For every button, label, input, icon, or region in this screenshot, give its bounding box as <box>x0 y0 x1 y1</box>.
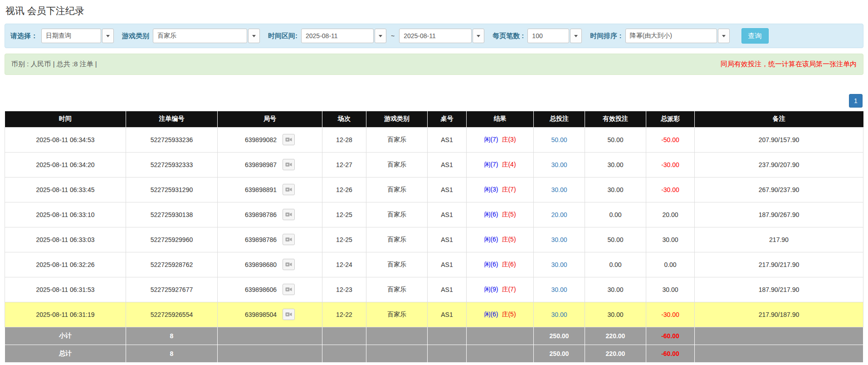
table-row: 2025-08-11 06:34:53 522725933236 6398990… <box>5 127 863 152</box>
total-bet-link[interactable]: 20.00 <box>551 211 567 218</box>
table-row: 2025-08-11 06:33:10 522725930138 6398987… <box>5 202 863 227</box>
cell-table: AS1 <box>428 302 467 327</box>
video-replay-button[interactable] <box>283 259 295 270</box>
subtotal-payout: -60.00 <box>646 327 695 345</box>
cell-round-id: 639898987 <box>218 152 322 177</box>
date-from-dropdown-button[interactable] <box>375 29 386 43</box>
cell-game: 百家乐 <box>366 152 428 177</box>
video-replay-button[interactable] <box>283 184 295 195</box>
cell-payout: -30.00 <box>646 152 695 177</box>
game-type-input[interactable]: 百家乐 <box>153 29 247 43</box>
video-replay-button[interactable] <box>283 284 295 295</box>
chevron-down-icon <box>477 35 480 37</box>
cell-time: 2025-08-11 06:31:53 <box>5 277 126 302</box>
game-type-label: 游戏类别 <box>122 32 149 40</box>
col-total-bet: 总投注 <box>534 111 585 127</box>
sort-order-input[interactable]: 降幂(由大到小) <box>625 29 717 43</box>
col-bet-id: 注单编号 <box>126 111 218 127</box>
total-bet-link[interactable]: 30.00 <box>551 311 567 318</box>
total-label: 总计 <box>5 345 126 362</box>
video-replay-button[interactable] <box>283 234 295 245</box>
cell-valid-bet: 0.00 <box>585 252 646 277</box>
subtotal-empty-cell <box>467 327 534 345</box>
cell-remark: 267.90/237.90 <box>695 177 863 202</box>
cell-session: 12-27 <box>322 152 366 177</box>
date-from-input[interactable]: 2025-08-11 <box>301 29 374 43</box>
total-bet-link[interactable]: 30.00 <box>551 186 567 193</box>
cell-time: 2025-08-11 06:33:03 <box>5 227 126 252</box>
total-bet-link[interactable]: 30.00 <box>551 261 567 268</box>
col-valid-bet: 有效投注 <box>585 111 646 127</box>
cell-remark: 217.90 <box>695 227 863 252</box>
table-row: 2025-08-11 06:33:45 522725931290 6398988… <box>5 177 863 202</box>
total-bet-link[interactable]: 50.00 <box>551 136 567 143</box>
cell-game: 百家乐 <box>366 277 428 302</box>
cell-valid-bet: 50.00 <box>585 127 646 152</box>
round-number: 639898987 <box>245 161 277 168</box>
subtotal-label: 小计 <box>5 327 126 345</box>
page-size-label: 每页笔数 : <box>493 32 524 40</box>
round-number: 639898786 <box>245 236 277 243</box>
date-to-input[interactable]: 2025-08-11 <box>399 29 472 43</box>
cell-table: AS1 <box>428 152 467 177</box>
cell-session: 12-28 <box>322 127 366 152</box>
cell-game: 百家乐 <box>366 127 428 152</box>
subtotal-empty-cell <box>428 327 467 345</box>
result-banker: 庄(6) <box>502 261 516 268</box>
total-count: 8 <box>126 345 218 362</box>
col-round-id: 局号 <box>218 111 322 127</box>
result-player: 闲(6) <box>484 236 498 243</box>
subtotal-valid-bet: 220.00 <box>585 327 646 345</box>
cell-remark: 237.90/207.90 <box>695 152 863 177</box>
chevron-down-icon <box>574 35 578 37</box>
subtotal-count: 8 <box>126 327 218 345</box>
total-empty-cell <box>218 345 322 362</box>
query-type-input[interactable]: 日期查询 <box>41 29 101 43</box>
subtotal-empty-cell <box>695 327 863 345</box>
cell-session: 12-26 <box>322 177 366 202</box>
result-banker: 庄(7) <box>502 286 516 293</box>
page-size-input[interactable]: 100 <box>527 29 569 43</box>
total-bet-link[interactable]: 30.00 <box>551 161 567 168</box>
page-size-dropdown-button[interactable] <box>570 29 582 43</box>
result-banker: 庄(3) <box>502 136 516 143</box>
video-camera-icon <box>285 261 292 267</box>
total-empty-cell <box>366 345 428 362</box>
cell-result: 闲(7) 庄(3) <box>467 127 534 152</box>
summary-text: 币别 : 人民币 | 总共 :8 注单 | <box>11 60 97 69</box>
date-to-select: 2025-08-11 <box>399 29 484 43</box>
cell-result: 闲(9) 庄(7) <box>467 277 534 302</box>
cell-round-id: 639898786 <box>218 202 322 227</box>
search-button[interactable]: 查询 <box>741 28 769 44</box>
cell-time: 2025-08-11 06:34:53 <box>5 127 126 152</box>
time-range-label: 时间区间: <box>268 32 297 40</box>
date-to-dropdown-button[interactable] <box>473 29 484 43</box>
cell-payout: -30.00 <box>646 177 695 202</box>
video-camera-icon <box>285 286 292 292</box>
col-time: 时间 <box>5 111 126 127</box>
result-player: 闲(6) <box>484 311 498 318</box>
video-replay-button[interactable] <box>283 209 295 220</box>
game-type-dropdown-button[interactable] <box>248 29 260 43</box>
cell-payout: -50.00 <box>646 127 695 152</box>
result-banker: 庄(5) <box>502 236 516 243</box>
cell-bet-id: 522725929960 <box>126 227 218 252</box>
video-replay-button[interactable] <box>283 309 295 320</box>
cell-result: 闲(6) 庄(5) <box>467 302 534 327</box>
total-empty-cell <box>428 345 467 362</box>
video-replay-button[interactable] <box>283 159 295 170</box>
page-button-1[interactable]: 1 <box>849 94 863 108</box>
query-type-dropdown-button[interactable] <box>102 29 114 43</box>
cell-result: 闲(7) 庄(4) <box>467 152 534 177</box>
col-game-type: 游戏类别 <box>366 111 428 127</box>
video-replay-button[interactable] <box>283 134 295 145</box>
cell-table: AS1 <box>428 177 467 202</box>
total-bet-link[interactable]: 30.00 <box>551 236 567 243</box>
sort-order-dropdown-button[interactable] <box>718 29 730 43</box>
total-bet-link[interactable]: 30.00 <box>551 286 567 293</box>
cell-remark: 217.90/217.90 <box>695 252 863 277</box>
col-remark: 备注 <box>695 111 863 127</box>
cell-total-bet: 30.00 <box>534 302 585 327</box>
cell-remark: 187.90/267.90 <box>695 202 863 227</box>
cell-payout: 20.00 <box>646 202 695 227</box>
